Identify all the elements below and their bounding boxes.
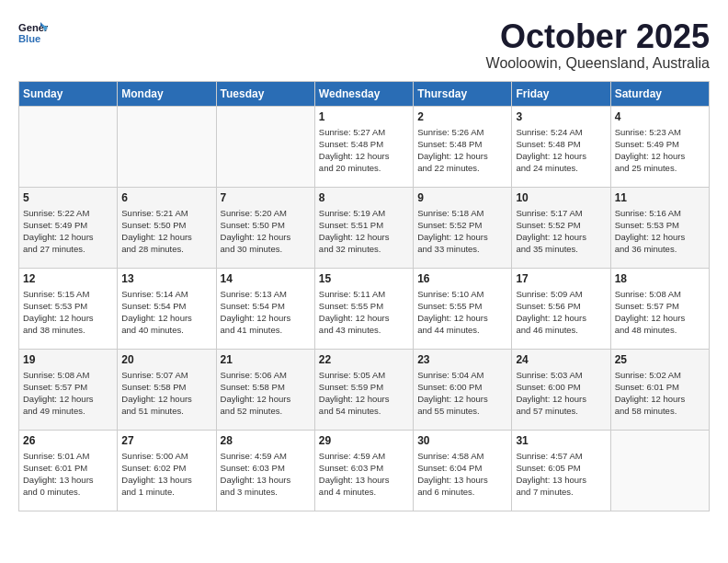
calendar-cell: 20Sunrise: 5:07 AM Sunset: 5:58 PM Dayli… [118, 349, 216, 430]
week-row-5: 26Sunrise: 5:01 AM Sunset: 6:01 PM Dayli… [19, 430, 710, 511]
day-info: Sunrise: 5:09 AM Sunset: 5:56 PM Dayligh… [516, 288, 606, 337]
weekday-header-monday: Monday [118, 81, 216, 106]
week-row-1: 1Sunrise: 5:27 AM Sunset: 5:48 PM Daylig… [19, 106, 710, 187]
day-info: Sunrise: 4:59 AM Sunset: 6:03 PM Dayligh… [221, 450, 311, 499]
calendar-cell: 23Sunrise: 5:04 AM Sunset: 6:00 PM Dayli… [414, 349, 512, 430]
day-number: 23 [417, 353, 507, 366]
day-number: 2 [417, 110, 507, 123]
calendar-cell [118, 106, 216, 187]
day-info: Sunrise: 5:19 AM Sunset: 5:51 PM Dayligh… [319, 207, 409, 256]
day-number: 24 [516, 353, 606, 366]
weekday-header-sunday: Sunday [19, 81, 118, 106]
day-number: 29 [319, 434, 409, 447]
day-info: Sunrise: 5:07 AM Sunset: 5:58 PM Dayligh… [121, 369, 211, 418]
svg-text:General: General [18, 22, 48, 33]
day-number: 15 [319, 272, 409, 285]
week-row-2: 5Sunrise: 5:22 AM Sunset: 5:49 PM Daylig… [19, 187, 710, 268]
weekday-header-friday: Friday [512, 81, 610, 106]
weekday-header-thursday: Thursday [414, 81, 512, 106]
day-info: Sunrise: 5:16 AM Sunset: 5:53 PM Dayligh… [615, 207, 705, 256]
day-info: Sunrise: 4:57 AM Sunset: 6:05 PM Dayligh… [516, 450, 606, 499]
day-number: 4 [615, 110, 705, 123]
calendar-cell: 6Sunrise: 5:21 AM Sunset: 5:50 PM Daylig… [118, 187, 216, 268]
day-number: 21 [221, 353, 311, 366]
day-info: Sunrise: 4:58 AM Sunset: 6:04 PM Dayligh… [417, 450, 507, 499]
day-info: Sunrise: 5:21 AM Sunset: 5:50 PM Dayligh… [121, 207, 211, 256]
day-info: Sunrise: 5:17 AM Sunset: 5:52 PM Dayligh… [516, 207, 606, 256]
calendar-cell: 16Sunrise: 5:10 AM Sunset: 5:55 PM Dayli… [414, 268, 512, 349]
calendar-cell: 17Sunrise: 5:09 AM Sunset: 5:56 PM Dayli… [512, 268, 610, 349]
day-info: Sunrise: 5:10 AM Sunset: 5:55 PM Dayligh… [417, 288, 507, 337]
weekday-header-wednesday: Wednesday [314, 81, 413, 106]
day-number: 7 [221, 191, 311, 204]
day-info: Sunrise: 5:24 AM Sunset: 5:48 PM Dayligh… [516, 126, 606, 175]
logo: General Blue [18, 18, 48, 48]
weekday-header-row: SundayMondayTuesdayWednesdayThursdayFrid… [19, 81, 710, 106]
calendar-cell: 29Sunrise: 4:59 AM Sunset: 6:03 PM Dayli… [314, 430, 413, 511]
day-info: Sunrise: 5:20 AM Sunset: 5:50 PM Dayligh… [221, 207, 311, 256]
day-info: Sunrise: 5:04 AM Sunset: 6:00 PM Dayligh… [417, 369, 507, 418]
day-info: Sunrise: 4:59 AM Sunset: 6:03 PM Dayligh… [319, 450, 409, 499]
weekday-header-tuesday: Tuesday [216, 81, 314, 106]
day-info: Sunrise: 5:23 AM Sunset: 5:49 PM Dayligh… [615, 126, 705, 175]
day-number: 25 [615, 353, 705, 366]
day-number: 5 [23, 191, 113, 204]
day-number: 14 [221, 272, 311, 285]
day-number: 27 [121, 434, 211, 447]
day-number: 12 [23, 272, 113, 285]
day-info: Sunrise: 5:03 AM Sunset: 6:00 PM Dayligh… [516, 369, 606, 418]
day-info: Sunrise: 5:26 AM Sunset: 5:48 PM Dayligh… [417, 126, 507, 175]
day-info: Sunrise: 5:05 AM Sunset: 5:59 PM Dayligh… [319, 369, 409, 418]
day-info: Sunrise: 5:13 AM Sunset: 5:54 PM Dayligh… [221, 288, 311, 337]
calendar-cell: 10Sunrise: 5:17 AM Sunset: 5:52 PM Dayli… [512, 187, 610, 268]
calendar-cell: 12Sunrise: 5:15 AM Sunset: 5:53 PM Dayli… [19, 268, 118, 349]
day-info: Sunrise: 5:18 AM Sunset: 5:52 PM Dayligh… [417, 207, 507, 256]
calendar-cell: 27Sunrise: 5:00 AM Sunset: 6:02 PM Dayli… [118, 430, 216, 511]
day-number: 9 [417, 191, 507, 204]
day-number: 26 [23, 434, 113, 447]
logo-icon: General Blue [18, 18, 48, 48]
day-number: 11 [615, 191, 705, 204]
calendar-cell: 26Sunrise: 5:01 AM Sunset: 6:01 PM Dayli… [19, 430, 118, 511]
day-number: 18 [615, 272, 705, 285]
calendar-cell: 18Sunrise: 5:08 AM Sunset: 5:57 PM Dayli… [610, 268, 709, 349]
day-info: Sunrise: 5:27 AM Sunset: 5:48 PM Dayligh… [319, 126, 409, 175]
calendar-cell: 5Sunrise: 5:22 AM Sunset: 5:49 PM Daylig… [19, 187, 118, 268]
day-number: 30 [417, 434, 507, 447]
day-number: 31 [516, 434, 606, 447]
day-number: 20 [121, 353, 211, 366]
day-number: 8 [319, 191, 409, 204]
day-info: Sunrise: 5:00 AM Sunset: 6:02 PM Dayligh… [121, 450, 211, 499]
day-number: 1 [319, 110, 409, 123]
day-info: Sunrise: 5:06 AM Sunset: 5:58 PM Dayligh… [221, 369, 311, 418]
calendar-cell: 24Sunrise: 5:03 AM Sunset: 6:00 PM Dayli… [512, 349, 610, 430]
calendar-table: SundayMondayTuesdayWednesdayThursdayFrid… [18, 81, 710, 511]
day-number: 19 [23, 353, 113, 366]
calendar-cell: 28Sunrise: 4:59 AM Sunset: 6:03 PM Dayli… [216, 430, 314, 511]
calendar-cell: 4Sunrise: 5:23 AM Sunset: 5:49 PM Daylig… [610, 106, 709, 187]
calendar-cell [610, 430, 709, 511]
location-subtitle: Wooloowin, Queensland, Australia [486, 55, 710, 72]
day-number: 17 [516, 272, 606, 285]
page-header: General Blue October 2025 Wooloowin, Que… [18, 18, 710, 72]
month-title: October 2025 [486, 18, 710, 55]
day-info: Sunrise: 5:14 AM Sunset: 5:54 PM Dayligh… [121, 288, 211, 337]
calendar-cell: 3Sunrise: 5:24 AM Sunset: 5:48 PM Daylig… [512, 106, 610, 187]
day-number: 22 [319, 353, 409, 366]
calendar-cell: 1Sunrise: 5:27 AM Sunset: 5:48 PM Daylig… [314, 106, 413, 187]
day-info: Sunrise: 5:08 AM Sunset: 5:57 PM Dayligh… [615, 288, 705, 337]
calendar-cell: 21Sunrise: 5:06 AM Sunset: 5:58 PM Dayli… [216, 349, 314, 430]
day-number: 16 [417, 272, 507, 285]
calendar-cell: 7Sunrise: 5:20 AM Sunset: 5:50 PM Daylig… [216, 187, 314, 268]
day-info: Sunrise: 5:02 AM Sunset: 6:01 PM Dayligh… [615, 369, 705, 418]
svg-text:Blue: Blue [18, 33, 40, 44]
calendar-cell [216, 106, 314, 187]
day-number: 6 [121, 191, 211, 204]
calendar-cell: 31Sunrise: 4:57 AM Sunset: 6:05 PM Dayli… [512, 430, 610, 511]
calendar-cell: 22Sunrise: 5:05 AM Sunset: 5:59 PM Dayli… [314, 349, 413, 430]
calendar-cell: 2Sunrise: 5:26 AM Sunset: 5:48 PM Daylig… [414, 106, 512, 187]
calendar-cell: 30Sunrise: 4:58 AM Sunset: 6:04 PM Dayli… [414, 430, 512, 511]
day-info: Sunrise: 5:15 AM Sunset: 5:53 PM Dayligh… [23, 288, 113, 337]
calendar-cell: 19Sunrise: 5:08 AM Sunset: 5:57 PM Dayli… [19, 349, 118, 430]
calendar-cell: 9Sunrise: 5:18 AM Sunset: 5:52 PM Daylig… [414, 187, 512, 268]
